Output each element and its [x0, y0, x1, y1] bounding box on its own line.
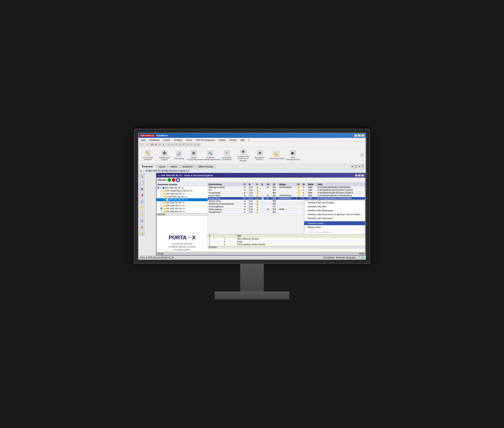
toolbar-komponente-bearbeiten[interactable]: ✏️ Komponente bearbeiten	[140, 149, 156, 162]
tree-checkbox-spk5665[interactable]	[161, 210, 162, 213]
left-icon-3[interactable]: ⚙	[139, 186, 145, 192]
toolbar-btn-3d7[interactable]: ⬡	[189, 143, 193, 146]
tab-skizze[interactable]: Skizze	[168, 165, 179, 168]
toolbar-referenzgeometrie[interactable]: 📐 Referenzgeometrie	[269, 150, 284, 161]
sw-globe-icon[interactable]: 🌐	[362, 256, 364, 259]
menu-hilfe[interactable]: Hilfe	[239, 139, 246, 142]
toolbar-ausgeblendete[interactable]: 👁 Ausgeblendete Komponenten anzeigen	[235, 148, 251, 163]
toolbar-neue-bewegung[interactable]: ▶ Neue Bewegungsstudie	[285, 149, 301, 162]
menu-ansicht[interactable]: Ansicht	[162, 139, 172, 142]
ctx-zielstatus[interactable]: Zielstatus setzen ...	[304, 221, 365, 225]
tree-checkbox-spk5661-parent[interactable]	[161, 196, 162, 198]
left-icon-4[interactable]: 📌	[139, 193, 145, 198]
checkin-accept-icon[interactable]: ✓	[168, 178, 171, 182]
left-icon-9[interactable]: 🔒	[139, 224, 145, 230]
tree-checkbox-sak5660[interactable]: ✓	[157, 187, 159, 189]
toolbar-btn-undo[interactable]: ↩	[158, 143, 162, 146]
toolbar-btn-print[interactable]: 🖨	[154, 143, 158, 146]
tree-checkbox-spk5662[interactable]	[161, 202, 162, 204]
left-icon-10[interactable]: 💡	[139, 230, 145, 236]
tree-item-spk5667[interactable]: ✓ 🟡 SPK 5667 001 00 <1>	[156, 207, 207, 210]
toolbar-btn-redo[interactable]: ↪	[162, 143, 165, 146]
left-icon-8[interactable]: ◻	[139, 218, 145, 223]
minimize-button[interactable]: _	[354, 134, 357, 137]
toolbar-btn-save[interactable]: 💾	[150, 143, 154, 146]
toolbar-btn-new[interactable]: 📄	[143, 143, 146, 146]
toolbar-baugruppen-features[interactable]: ⚙ Baugruppen-Features	[252, 149, 268, 162]
tree-item-spk5665[interactable]: 🟡 SPK 5665 001 00 <1>	[156, 210, 207, 213]
table-row[interactable]: Pin ⚙ CLA 🔒 📄 BW	[208, 189, 365, 191]
menu-fenster[interactable]: Fenster	[228, 139, 239, 142]
left-icon-1[interactable]: 🔍	[139, 174, 145, 179]
sw-help-icon[interactable]: ?	[359, 256, 360, 259]
portax-close[interactable]: ✕	[361, 174, 364, 177]
portax-minimize[interactable]: _	[355, 174, 358, 177]
tree-item-spk5662[interactable]: 🟡 SPK 5662 001 00 <1>	[156, 201, 207, 204]
tree-item-spk5666[interactable]: 🟡 SPK 5666 001 00 <1>	[156, 192, 207, 195]
table-row[interactable]: Innerer Rotor ⚙ CLA 🔒 📄 IA BW	[208, 194, 365, 197]
tree-item-spk5661-child[interactable]: ✓ 📄 SPK 5661 001 00 <1>	[156, 198, 207, 201]
toolbar-btn-3d6[interactable]: ⬡	[186, 143, 189, 146]
ctx-selektiere-gleicher-typ[interactable]: Selektiere alle Dokumente mit gleichem T…	[304, 213, 365, 216]
left-icon-7[interactable]: ⭐	[139, 211, 145, 217]
ctx-selektiere-teile[interactable]: Selektiere alle Teile	[304, 205, 365, 208]
toolbar-lineares-muster[interactable]: ⊞ Lineares Komponentenmuster	[186, 149, 202, 162]
table-row-selected[interactable]: Innerer Rotor ⚙ CLA 🔒 📄 IA BW	[208, 197, 365, 200]
ctx-selektiere-baugruppen[interactable]: Selektiere alle Baugruppen	[304, 208, 365, 213]
tree-scrollbar-thumb[interactable]	[157, 214, 165, 215]
portax-maximize[interactable]: □	[358, 174, 361, 177]
tab-evaluieren[interactable]: Evaluieren	[180, 165, 196, 168]
tab-office[interactable]: Office Produkte	[196, 165, 216, 168]
ctx-ablage[interactable]: Ablage setzen ...	[304, 225, 365, 229]
table-row[interactable]: Ölpumpe komplett ⚙ CLA 🔒 📄 IA BW	[208, 186, 365, 189]
toolbar-verknuepfung[interactable]: 🔗 Verknüpfung	[173, 150, 185, 161]
tree-item-sak5660[interactable]: ✓ ▼ 🔵 SAK 5660 001 00 <1>	[156, 187, 207, 189]
table-row[interactable]: Pumpenwelle ⚙ CLA 🔒 📄 BW	[208, 191, 365, 194]
checkin-doc-icon[interactable]: 📄	[176, 178, 180, 182]
toolbar-btn-3d3[interactable]: ⬡	[174, 143, 178, 146]
menu-bearbeiten[interactable]: Bearbeiten	[148, 139, 162, 142]
toolbar-btn-3d8[interactable]: ⬡	[193, 143, 197, 146]
menu-extras[interactable]: Extras	[184, 139, 194, 142]
toolbar-btn-3d1[interactable]: ⬡	[167, 143, 171, 146]
tab-baugruppe[interactable]: Baugruppe	[139, 165, 156, 168]
close-button[interactable]: ✕	[361, 134, 364, 137]
menu-datei[interactable]: Datei	[139, 139, 147, 142]
log-scrollbar[interactable]	[208, 246, 365, 249]
toolbar-btn-arrow[interactable]: ↑	[139, 143, 143, 146]
tree-checkbox-spk5664[interactable]	[161, 205, 162, 206]
tree-checkbox-spk5666[interactable]	[161, 193, 162, 195]
tree-item-spk5664[interactable]: 🟡 SPK 5664 001 01 <1>	[156, 204, 207, 207]
checkin-reject-icon[interactable]: ✕	[172, 178, 175, 182]
tree-item-spk5661-parent[interactable]: ▼ 🟡 SPK 5661 001 00 <1>	[156, 195, 207, 198]
ctx-selektiere-zeichnungen[interactable]: Selektiere alle Zeichnungen	[304, 201, 365, 205]
toolbar-more-btn[interactable]: »	[360, 153, 364, 157]
left-icon-5[interactable]: 🔗	[139, 199, 145, 204]
maximize-button[interactable]: □	[358, 134, 361, 137]
tab-layout[interactable]: Layout	[156, 165, 168, 168]
tree-checkbox-spk5667[interactable]: ✓	[161, 207, 162, 209]
toolbar-btn-3d5[interactable]: ⬡	[182, 143, 186, 146]
toolbar-btn-3d4[interactable]: ⬡	[178, 143, 182, 146]
toolbar-btn-3d2[interactable]: ⬡	[171, 143, 174, 146]
ctx-selektiere-alle-dok[interactable]: Selektiere alle Dokumente	[304, 216, 365, 220]
view-toolbar-btn1[interactable]: ⊞	[351, 165, 354, 168]
toolbar-intelligente-verbindung[interactable]: 🔩 Intelligente Verbindungselemente	[202, 149, 218, 162]
view-toolbar-btn4[interactable]: ▼	[361, 165, 365, 168]
menu-sap[interactable]: SAP R/3 Integration	[194, 139, 217, 142]
tree-scrollbar[interactable]	[156, 213, 207, 216]
toolbar-btn-open[interactable]: 📂	[147, 143, 150, 146]
menu-toolbox[interactable]: Toolbox	[217, 139, 228, 142]
toolbar-btn-3d9[interactable]: ⬡	[197, 143, 200, 146]
menu-einfuegen[interactable]: Einfügen	[172, 139, 184, 142]
left-icon-6[interactable]: 📁	[139, 205, 145, 211]
toolbar-komponente-verschieben[interactable]: ↔ Komponente verschieben	[219, 149, 235, 162]
left-icon-2[interactable]: 📋	[139, 180, 145, 185]
tree-item-spk10000[interactable]: 🟡 SPK 10000000322 000 01 <2>	[156, 189, 207, 192]
menu-help-icon[interactable]: ?	[247, 139, 251, 142]
toolbar-komponenten-einfuegen[interactable]: ➕ Komponenten einfügen	[156, 149, 172, 162]
log-scrollbar-thumb[interactable]	[209, 247, 217, 248]
view-toolbar-btn2[interactable]: ☰	[354, 165, 358, 168]
tree-checkbox-spk5661-child[interactable]: ✓	[164, 199, 166, 201]
view-toolbar-btn3[interactable]: ⚙	[358, 165, 361, 168]
